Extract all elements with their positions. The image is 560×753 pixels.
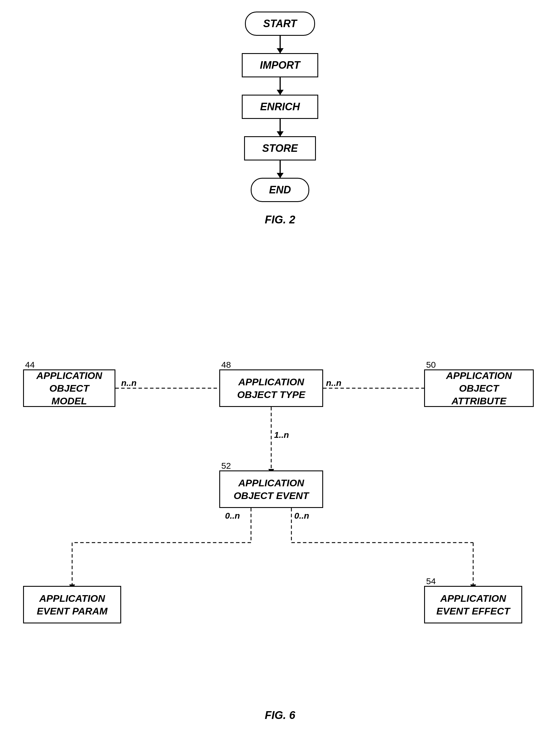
enrich-label: ENRICH bbox=[242, 95, 318, 119]
entity-app-object-model: 44 APPLICATIONOBJECT MODEL bbox=[23, 370, 115, 407]
arrow-3 bbox=[280, 119, 281, 136]
start-label: START bbox=[245, 12, 315, 36]
relation-label-type-attr: n..n bbox=[326, 378, 341, 388]
import-label: IMPORT bbox=[242, 53, 318, 77]
entity-app-event-param: APPLICATIONEVENT PARAM bbox=[23, 586, 121, 623]
entity-num-44: 44 bbox=[25, 360, 35, 370]
page: START IMPORT ENRICH STORE END FIG. 2 bbox=[0, 0, 560, 753]
fig2-label: FIG. 2 bbox=[265, 214, 296, 226]
entity-label-app-object-model: APPLICATIONOBJECT MODEL bbox=[31, 369, 107, 408]
fig6-container: n..n n..n 1..n 0..n 0..n 44 APPLICATIONO… bbox=[0, 312, 560, 730]
enrich-node: ENRICH bbox=[242, 95, 318, 119]
diagram-area: n..n n..n 1..n 0..n 0..n 44 APPLICATIONO… bbox=[0, 312, 560, 730]
entity-app-object-type: 48 APPLICATIONOBJECT TYPE bbox=[219, 370, 323, 407]
entity-label-app-event-param: APPLICATIONEVENT PARAM bbox=[37, 592, 107, 617]
import-node: IMPORT bbox=[242, 53, 318, 77]
arrow-4 bbox=[280, 160, 281, 178]
entity-num-54: 54 bbox=[426, 576, 436, 586]
entity-app-object-attribute: 50 APPLICATIONOBJECT ATTRIBUTE bbox=[424, 370, 534, 407]
entity-num-50: 50 bbox=[426, 360, 436, 370]
fig2-container: START IMPORT ENRICH STORE END FIG. 2 bbox=[0, 12, 560, 226]
entity-label-app-object-type: APPLICATIONOBJECT TYPE bbox=[237, 376, 305, 401]
entity-num-52: 52 bbox=[221, 461, 231, 471]
arrow-1 bbox=[280, 36, 281, 53]
end-label: END bbox=[251, 178, 309, 202]
relation-label-type-event: 1..n bbox=[274, 430, 289, 440]
entity-app-object-event: 52 APPLICATIONOBJECT EVENT bbox=[219, 471, 323, 508]
relation-label-model-type: n..n bbox=[121, 378, 137, 388]
fig6-label: FIG. 6 bbox=[0, 709, 560, 721]
relation-label-event-param: 0..n bbox=[225, 511, 240, 521]
end-node: END bbox=[251, 178, 309, 202]
relation-label-event-effect: 0..n bbox=[294, 511, 309, 521]
start-node: START bbox=[245, 12, 315, 36]
arrow-2 bbox=[280, 77, 281, 95]
entity-app-event-effect: 54 APPLICATIONEVENT EFFECT bbox=[424, 586, 522, 623]
entity-label-app-object-attribute: APPLICATIONOBJECT ATTRIBUTE bbox=[432, 369, 526, 408]
entity-label-app-event-effect: APPLICATIONEVENT EFFECT bbox=[436, 592, 510, 617]
store-label: STORE bbox=[244, 136, 316, 160]
flowchart: START IMPORT ENRICH STORE END bbox=[242, 12, 318, 202]
entity-num-48: 48 bbox=[221, 360, 231, 370]
store-node: STORE bbox=[244, 136, 316, 160]
entity-label-app-object-event: APPLICATIONOBJECT EVENT bbox=[234, 476, 309, 502]
